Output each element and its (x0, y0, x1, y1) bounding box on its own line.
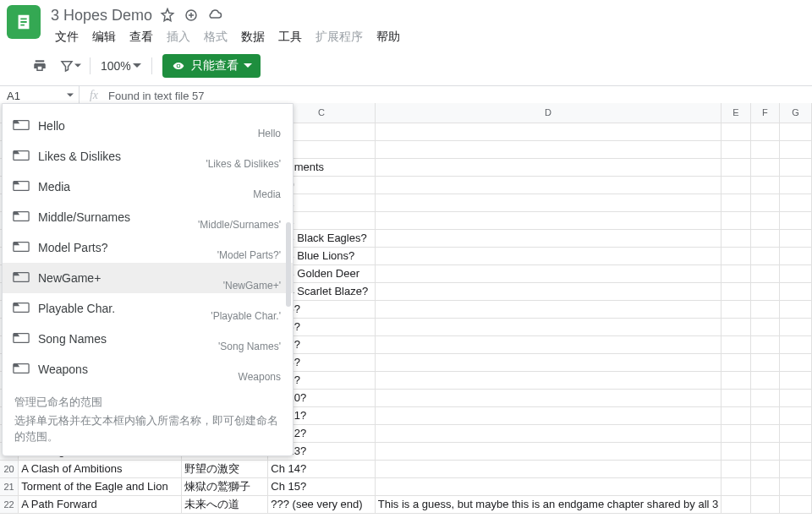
cell[interactable] (721, 318, 751, 335)
column-header[interactable]: E (721, 103, 751, 123)
column-header[interactable]: G (779, 103, 811, 123)
menu-item[interactable]: 插入 (161, 27, 196, 47)
cell[interactable] (721, 477, 751, 495)
cell[interactable] (779, 176, 811, 194)
cell[interactable] (721, 389, 751, 406)
named-range-item[interactable]: WeaponsWeapons (3, 354, 293, 384)
menu-item[interactable]: 工具 (272, 27, 308, 47)
cell[interactable] (750, 247, 779, 264)
cell[interactable] (779, 335, 811, 353)
cell[interactable] (721, 300, 751, 318)
cell[interactable] (750, 495, 779, 513)
cell[interactable] (375, 176, 721, 194)
cell[interactable] (375, 194, 721, 211)
cell[interactable] (779, 211, 811, 229)
cell[interactable] (721, 424, 751, 442)
cell[interactable] (375, 247, 721, 264)
named-range-item[interactable]: Likes & Dislikes'Likes & Dislikes' (3, 141, 293, 172)
cell[interactable] (779, 353, 811, 371)
cell[interactable] (779, 140, 811, 158)
named-range-item[interactable]: Middle/Surnames'Middle/Surnames' (3, 202, 293, 232)
cloud-icon[interactable] (206, 7, 223, 24)
cell[interactable] (779, 442, 811, 460)
filter-icon[interactable] (58, 54, 83, 78)
cell[interactable] (375, 123, 721, 140)
doc-title[interactable]: 3 Hopes Demo (51, 7, 152, 25)
cell[interactable] (779, 247, 811, 264)
menu-item[interactable]: 文件 (49, 27, 85, 47)
cell[interactable] (721, 158, 751, 176)
formula-value[interactable]: Found in text file 57 (108, 90, 204, 102)
cell[interactable] (779, 194, 811, 211)
cell[interactable] (375, 211, 721, 229)
view-only-button[interactable]: 只能查看 (162, 54, 261, 78)
row-header[interactable]: 22 (0, 495, 19, 513)
cell[interactable] (375, 353, 721, 371)
cell[interactable] (375, 406, 721, 424)
cell[interactable] (779, 495, 811, 513)
cell[interactable] (750, 442, 779, 460)
cell[interactable] (750, 176, 779, 194)
cell[interactable]: 煉獄の鷲獅子 (182, 477, 268, 495)
cell[interactable] (375, 371, 721, 389)
cell[interactable] (721, 495, 751, 513)
cell[interactable] (721, 460, 751, 477)
named-range-item[interactable]: MediaMedia (3, 172, 293, 202)
cell[interactable] (750, 123, 779, 140)
cell[interactable] (721, 211, 751, 229)
named-range-item[interactable]: NewGame+'NewGame+' (3, 263, 293, 293)
cell[interactable] (750, 335, 779, 353)
named-range-footer-title[interactable]: 管理已命名的范围 (14, 394, 281, 411)
cell[interactable]: Torment of the Eagle and Lion (19, 477, 182, 495)
cell[interactable] (375, 335, 721, 353)
cell[interactable] (750, 211, 779, 229)
cell[interactable]: 野望の激突 (182, 460, 268, 477)
cell[interactable] (750, 264, 779, 282)
cell[interactable]: ??? (see very end) (268, 495, 376, 513)
cell[interactable] (750, 140, 779, 158)
named-range-item[interactable]: Playable Char.'Playable Char.' (3, 293, 293, 324)
cell[interactable] (779, 406, 811, 424)
cell[interactable] (721, 140, 751, 158)
cell[interactable] (779, 229, 811, 247)
cell[interactable] (779, 123, 811, 140)
cell[interactable] (375, 300, 721, 318)
cell[interactable] (721, 371, 751, 389)
named-range-item[interactable]: Song Names'Song Names' (3, 324, 293, 354)
cell[interactable] (375, 389, 721, 406)
cell[interactable] (375, 282, 721, 300)
cell[interactable] (721, 282, 751, 300)
cell[interactable] (779, 477, 811, 495)
cell[interactable] (750, 424, 779, 442)
menu-item[interactable]: 数据 (235, 27, 271, 47)
cell[interactable] (779, 389, 811, 406)
named-range-item[interactable]: Model Parts?'Model Parts?' (3, 232, 293, 263)
cell[interactable] (750, 282, 779, 300)
menu-item[interactable]: 编辑 (86, 27, 122, 47)
zoom-dropdown[interactable]: 100% (97, 59, 145, 73)
cell[interactable] (750, 318, 779, 335)
star-icon[interactable] (159, 7, 176, 24)
cell[interactable] (750, 460, 779, 477)
cell[interactable] (779, 264, 811, 282)
cell[interactable] (375, 229, 721, 247)
cell[interactable]: A Clash of Ambitions (19, 460, 182, 477)
row-header[interactable]: 20 (0, 460, 19, 477)
cell[interactable] (375, 460, 721, 477)
cell[interactable] (779, 300, 811, 318)
cell[interactable] (779, 424, 811, 442)
cell[interactable] (721, 123, 751, 140)
cell[interactable] (375, 140, 721, 158)
cell[interactable] (779, 158, 811, 176)
cell[interactable]: This is a guess, but maybe this is an en… (375, 495, 721, 513)
cell[interactable]: A Path Forward (19, 495, 182, 513)
cell[interactable] (750, 389, 779, 406)
menu-item[interactable]: 查看 (123, 27, 159, 47)
name-box[interactable]: A1 (0, 86, 80, 105)
cell[interactable] (721, 264, 751, 282)
menu-item[interactable]: 帮助 (370, 27, 406, 47)
cell[interactable] (721, 442, 751, 460)
column-header[interactable]: D (375, 103, 721, 123)
cell[interactable] (750, 194, 779, 211)
cell[interactable] (375, 477, 721, 495)
